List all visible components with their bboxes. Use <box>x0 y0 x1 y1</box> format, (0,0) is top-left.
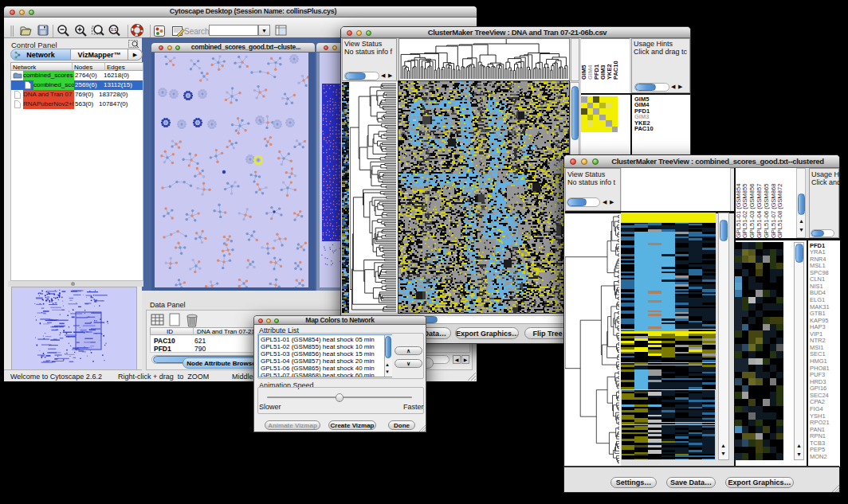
svg-text:1:1: 1:1 <box>111 27 116 32</box>
